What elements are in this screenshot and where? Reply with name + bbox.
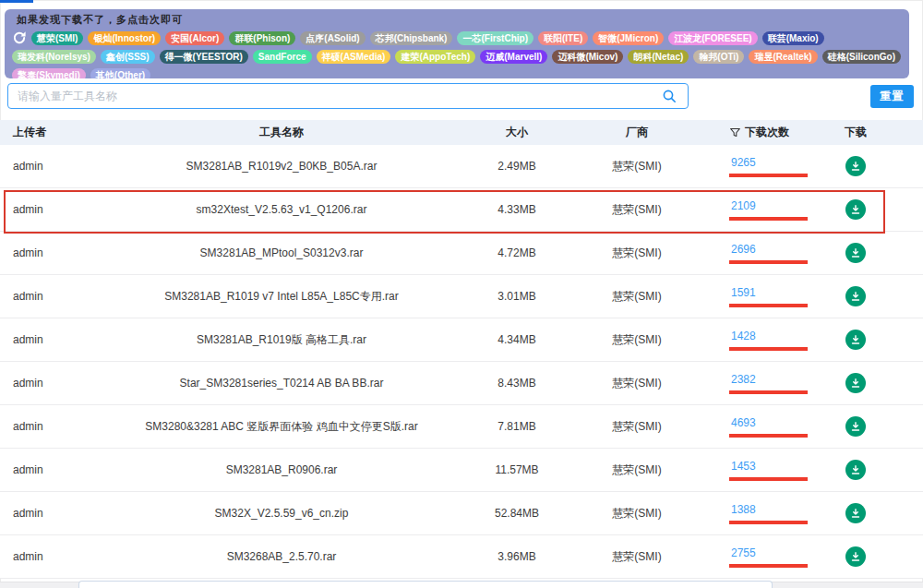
header-tool-name: 工具名称	[120, 125, 443, 140]
downloads-cell: 2109	[683, 199, 821, 221]
download-count-link[interactable]: 1428	[731, 330, 756, 342]
vendor-tag-asolid[interactable]: 点序(ASolid)	[300, 31, 365, 45]
download-button[interactable]	[845, 243, 866, 263]
downloads-cell: 2382	[683, 373, 821, 394]
vendor-tag-netac[interactable]: 朗科(Netac)	[628, 50, 689, 64]
search-input[interactable]	[7, 83, 689, 109]
vendor-tag-sss[interactable]: 鑫创(SSS)	[101, 50, 155, 64]
header-size: 大小	[443, 125, 591, 140]
download-count-link[interactable]: 2382	[731, 373, 756, 386]
size-cell: 7.81MB	[443, 420, 591, 433]
vendor-cell: 慧荣(SMI)	[591, 246, 683, 261]
vendor-tag-yeestor[interactable]: 得一微(YEESTOR)	[160, 50, 248, 64]
header-downloads: 下载次数	[683, 125, 821, 140]
uploader-cell: admin	[0, 203, 120, 216]
download-count-link[interactable]: 2696	[731, 243, 756, 256]
vendor-tag-other[interactable]: 其他(Other)	[90, 68, 150, 78]
download-cell	[821, 199, 923, 220]
download-count-link[interactable]: 4693	[731, 416, 756, 429]
download-count-underline	[729, 260, 808, 264]
download-cell	[821, 460, 923, 480]
vendor-tag-innostor[interactable]: 银灿(Innostor)	[88, 31, 161, 45]
download-count-underline	[729, 347, 808, 351]
vendor-tag-sandforce[interactable]: SandForce	[253, 50, 312, 64]
download-button[interactable]	[845, 503, 866, 523]
download-count-underline	[729, 477, 808, 481]
vendor-tag-ite[interactable]: 联阳(ITE)	[538, 31, 588, 45]
download-cell	[821, 373, 923, 393]
tool-name-cell: sm32Xtest_V2.5.63_v1_Q1206.rar	[120, 203, 443, 216]
tool-name-cell: SM3281AB_R0906.rar	[120, 463, 443, 476]
table-header-row: 上传者 工具名称 大小 厂商 下载次数 下载	[0, 120, 923, 145]
download-button[interactable]	[845, 373, 866, 393]
vendor-cell: 慧荣(SMI)	[591, 202, 683, 218]
vendor-tag-micov[interactable]: 迈科微(Micov)	[552, 50, 623, 64]
vendor-tag-firstchip[interactable]: 一芯(FirstChip)	[457, 31, 533, 45]
download-cell	[821, 156, 923, 176]
download-button[interactable]	[845, 156, 866, 176]
refresh-icon[interactable]	[12, 30, 27, 45]
download-count-link[interactable]: 2755	[731, 546, 756, 559]
download-button[interactable]	[845, 286, 866, 306]
uploader-cell: admin	[0, 160, 120, 173]
vendor-tag-realtek[interactable]: 瑞昱(Realtek)	[749, 50, 817, 64]
tool-name-cell: Star_SM3281series_T0214 AB BA BB.rar	[120, 377, 443, 390]
vendor-tag-appotech[interactable]: 建荣(AppoTech)	[395, 50, 475, 64]
download-count-link[interactable]: 1453	[731, 460, 756, 473]
table-row: admin SM32X_V2.5.59_v6_cn.zip 52.84MB 慧荣…	[0, 492, 923, 535]
table-row: admin SM3281AB_R1019版 高格工具.rar 4.34MB 慧荣…	[0, 318, 923, 362]
download-count-link[interactable]: 1388	[731, 503, 756, 516]
filter-funnel-icon[interactable]	[729, 126, 741, 138]
table-body: admin SM3281AB_R1019v2_B0KB_B05A.rar 2.4…	[0, 145, 923, 579]
download-count-underline	[729, 521, 808, 524]
downloads-cell: 1388	[683, 503, 821, 524]
download-button[interactable]	[845, 460, 866, 480]
downloads-cell: 9265	[683, 156, 821, 177]
vendor-tag-oti[interactable]: 翰邦(OTi)	[693, 50, 744, 64]
download-count-link[interactable]: 1591	[731, 286, 756, 299]
uploader-cell: admin	[0, 290, 120, 303]
download-cell	[821, 503, 923, 523]
download-count-link[interactable]: 9265	[731, 156, 756, 169]
vendor-tag-asmedia[interactable]: 祥硕(ASMedia)	[317, 50, 391, 64]
download-button[interactable]	[845, 199, 866, 220]
vendor-tag-foresee[interactable]: 江波龙(FORESEE)	[668, 31, 757, 45]
download-cell	[821, 286, 923, 306]
download-button[interactable]	[845, 330, 866, 350]
download-button[interactable]	[845, 416, 866, 437]
vendor-tag-silicongo[interactable]: 硅格(SiliconGo)	[822, 50, 901, 64]
download-count-underline	[729, 434, 808, 438]
table-row: admin sm32Xtest_V2.5.63_v1_Q1206.rar 4.3…	[0, 188, 923, 232]
size-cell: 3.01MB	[443, 290, 591, 303]
vendor-tag-alcor[interactable]: 安国(Alcor)	[165, 31, 224, 45]
vendor-filter-panel: 如果发现下载不了，多点击次即可 慧荣(SMI)银灿(Innostor)安国(Al…	[5, 9, 909, 78]
size-cell: 4.33MB	[443, 203, 591, 216]
vendor-cell: 慧荣(SMI)	[591, 549, 683, 565]
search-icon[interactable]	[662, 89, 677, 103]
tool-name-cell: SM3281AB_R1019版 高格工具.rar	[120, 332, 443, 348]
vendor-tag-marvell[interactable]: 迈威(Marvell)	[480, 50, 547, 64]
size-cell: 8.43MB	[443, 377, 591, 390]
vendor-cell: 慧荣(SMI)	[591, 332, 683, 348]
tool-name-cell: SM3281AB_R1019v2_B0KB_B05A.rar	[120, 160, 443, 173]
vendor-tag-maxio[interactable]: 联芸(Maxio)	[762, 31, 824, 45]
header-uploader: 上传者	[0, 125, 120, 140]
uploader-cell: admin	[0, 463, 120, 476]
vendor-tag-phison[interactable]: 群联(Phison)	[229, 31, 295, 45]
size-cell: 4.72MB	[443, 246, 591, 259]
downloads-cell: 2696	[683, 243, 821, 264]
download-button[interactable]	[845, 546, 866, 567]
vendor-tag-smi[interactable]: 慧荣(SMI)	[31, 31, 83, 45]
vendor-tag-list: 慧荣(SMI)银灿(Innostor)安国(Alcor)群联(Phison)点序…	[12, 30, 904, 78]
download-count-link[interactable]: 2109	[731, 199, 756, 212]
download-cell	[821, 416, 923, 437]
loading-progress-bar	[0, 0, 33, 3]
vendor-tag-chipsbank[interactable]: 芯邦(Chipsbank)	[370, 31, 453, 45]
uploader-cell: admin	[0, 246, 120, 259]
vendor-tag-norelsys[interactable]: 瑞发科(Norelsys)	[12, 50, 96, 64]
download-cell	[821, 546, 923, 567]
downloads-cell: 1428	[683, 330, 821, 351]
reset-button[interactable]: 重置	[870, 85, 914, 108]
vendor-tag-skymedi[interactable]: 擎泰(Skymedi)	[12, 68, 86, 78]
vendor-tag-jmicron[interactable]: 智微(JMicron)	[593, 31, 664, 45]
